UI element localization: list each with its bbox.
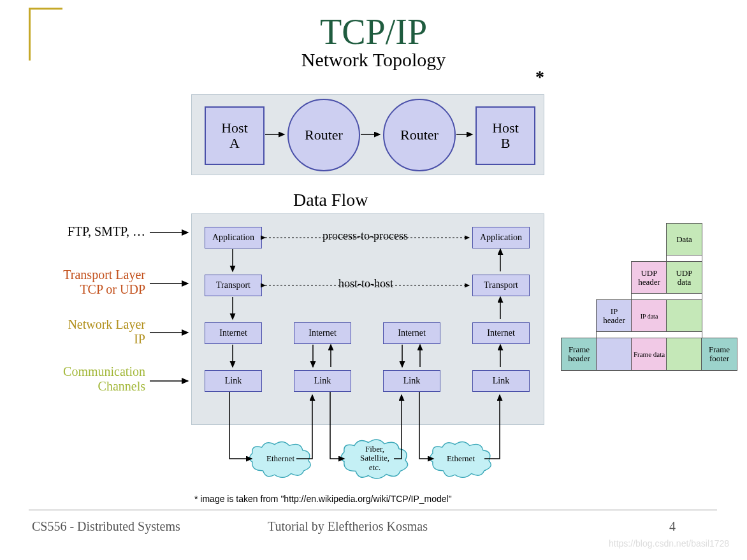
dataflow-panel: Application Application process-to-proce… bbox=[191, 213, 544, 425]
footer-rule bbox=[29, 510, 717, 510]
asterisk-marker: * bbox=[535, 67, 544, 87]
cloud-ethernet-2: Ethernet bbox=[426, 438, 496, 480]
app-left: Application bbox=[205, 227, 262, 248]
enc-udp-data: UDP data bbox=[666, 261, 702, 294]
enc-ip-data-green bbox=[666, 299, 702, 333]
left-label-network: Network Layer IP bbox=[31, 317, 145, 347]
slide-corner-decoration bbox=[29, 8, 62, 61]
host-b-box: Host B bbox=[475, 106, 535, 165]
cloud-ethernet-1-label: Ethernet bbox=[266, 454, 294, 463]
enc-frame-green bbox=[666, 338, 702, 371]
slide-title: TCP/IP bbox=[0, 11, 747, 52]
app-right: Application bbox=[472, 227, 530, 248]
enc-data: Data bbox=[666, 223, 702, 256]
enc-frame-lav bbox=[596, 338, 632, 371]
host-b-label-2: B bbox=[501, 136, 511, 151]
topology-panel: Host A Router Router Host B bbox=[191, 94, 544, 175]
citation-text: * image is taken from "http://en.wikiped… bbox=[194, 494, 452, 504]
router1-circle: Router bbox=[287, 99, 360, 171]
left-label-ftp-text: FTP, SMTP, … bbox=[68, 224, 145, 238]
cloud-fiber-label: Fiber, Satellite, etc. bbox=[360, 445, 389, 472]
cloud-ethernet-2-label: Ethernet bbox=[447, 454, 475, 463]
left-label-comm-l2: Channels bbox=[98, 379, 145, 393]
enc-udp-header: UDP header bbox=[631, 261, 667, 294]
host-a-label-1: Host bbox=[221, 120, 248, 136]
router2-label: Router bbox=[400, 127, 439, 143]
enc-ip-header: IP header bbox=[596, 299, 632, 333]
inet-3: Internet bbox=[383, 322, 440, 344]
host-a-box: Host A bbox=[205, 106, 265, 165]
footer-mid: Tutorial by Eleftherios Kosmas bbox=[268, 519, 428, 534]
enc-frame-data: Frame data bbox=[631, 338, 667, 371]
topology-heading: Network Topology bbox=[0, 49, 747, 71]
enc-frame-header: Frame header bbox=[561, 338, 597, 371]
cloud-ethernet-1: Ethernet bbox=[245, 438, 315, 480]
cloud-fiber: Fiber, Satellite, etc. bbox=[337, 434, 413, 482]
link-2: Link bbox=[294, 370, 351, 392]
h2h-label: host-to-host bbox=[338, 277, 393, 291]
trans-right: Transport bbox=[472, 275, 530, 296]
left-label-transport-l2: TCP or UDP bbox=[80, 282, 145, 296]
enc-ip-data-pink: IP data bbox=[631, 299, 667, 333]
p2p-label: process-to-process bbox=[323, 229, 408, 243]
left-label-ftp: FTP, SMTP, … bbox=[31, 224, 145, 239]
left-label-network-l2: IP bbox=[134, 332, 145, 346]
inet-1: Internet bbox=[205, 322, 262, 344]
watermark: https://blog.csdn.net/basil1728 bbox=[609, 538, 729, 549]
enc-frame-footer: Frame footer bbox=[701, 338, 737, 371]
encapsulation-diagram: Data UDP header UDP data IP header IP da… bbox=[551, 223, 739, 414]
left-label-transport: Transport Layer TCP or UDP bbox=[31, 268, 145, 297]
host-b-label-1: Host bbox=[492, 120, 519, 136]
dataflow-heading: Data Flow bbox=[293, 190, 368, 210]
footer-left: CS556 - Distributed Systems bbox=[32, 519, 180, 534]
host-a-label-2: A bbox=[229, 136, 240, 151]
left-label-comm-l1: Communication bbox=[63, 364, 145, 378]
router2-circle: Router bbox=[383, 99, 456, 171]
link-3: Link bbox=[383, 370, 440, 392]
footer-page: 4 bbox=[669, 519, 676, 534]
inet-4: Internet bbox=[472, 322, 530, 344]
left-label-network-l1: Network Layer bbox=[68, 317, 145, 331]
router1-label: Router bbox=[305, 127, 343, 143]
left-label-comm: Communication Channels bbox=[31, 364, 145, 394]
inet-2: Internet bbox=[294, 322, 351, 344]
trans-left: Transport bbox=[205, 275, 262, 296]
link-4: Link bbox=[472, 370, 530, 392]
link-1: Link bbox=[205, 370, 262, 392]
left-label-transport-l1: Transport Layer bbox=[63, 268, 145, 282]
